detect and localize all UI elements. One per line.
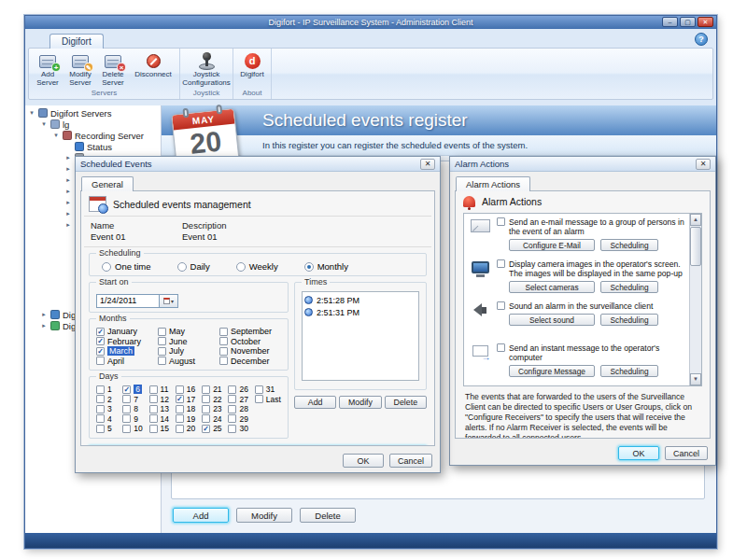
month-checkbox-november[interactable]: November [219,346,281,357]
tree-expander-icon[interactable]: ▸ [64,221,72,229]
tab-general[interactable]: General [81,176,134,191]
day-checkbox-17[interactable]: 17 [176,395,202,405]
month-checkbox-july[interactable]: July [158,346,219,357]
checkbox-icon[interactable] [497,217,505,226]
modify-event-button[interactable]: Modify [236,508,292,523]
day-checkbox-13[interactable]: 13 [149,404,176,414]
joystick-configurations-button[interactable]: Joystick Configurations [184,50,229,88]
times-modify-button[interactable]: Modify [339,396,381,409]
tree-expander-icon[interactable]: ▸ [40,322,48,329]
day-checkbox-8[interactable]: 8 [122,404,148,414]
add-server-button[interactable]: + Add Server [33,50,63,88]
action-scheduling-button[interactable]: Scheduling [600,281,658,293]
help-icon[interactable]: ? [695,33,708,46]
day-checkbox-2[interactable]: 2 [96,395,122,405]
month-checkbox-may[interactable]: May [158,327,219,337]
day-checkbox-12[interactable]: 12 [149,395,176,405]
day-checkbox-6[interactable]: 6 [122,385,148,395]
checkbox-icon[interactable] [497,301,505,310]
scheduled-ok-button[interactable]: OK [343,454,384,468]
action-select-cameras-button[interactable]: Select cameras [509,281,595,293]
tab-alarm-actions[interactable]: Alarm Actions [456,176,530,191]
window-titlebar[interactable]: Digifort - IP Surveillance System - Admi… [25,16,716,29]
tree-item-digifort-servers[interactable]: ▾Digifort Servers [25,107,161,119]
day-checkbox-last[interactable]: Last [255,395,281,405]
day-checkbox-16[interactable]: 16 [176,385,202,395]
day-checkbox-9[interactable]: 9 [122,414,148,425]
day-checkbox-27[interactable]: 27 [228,395,254,405]
day-checkbox-11[interactable]: 11 [149,385,176,395]
day-checkbox-3[interactable]: 3 [96,404,122,414]
action-configure-e-mail-button[interactable]: Configure E-Mail [509,239,595,251]
month-checkbox-march[interactable]: March [96,346,158,357]
checkbox-icon[interactable] [497,343,505,352]
day-checkbox-4[interactable]: 4 [96,414,122,425]
tree-expander-icon[interactable]: ▾ [40,120,48,128]
day-checkbox-18[interactable]: 18 [176,404,202,414]
times-add-button[interactable]: Add [294,396,336,409]
tree-expander-icon[interactable]: ▾ [52,132,60,139]
tree-expander-icon[interactable]: ▸ [64,176,72,184]
month-checkbox-october[interactable]: October [219,337,281,347]
day-checkbox-21[interactable]: 21 [202,385,228,395]
maximize-button[interactable]: ▢ [680,17,696,27]
add-event-button[interactable]: Add [173,508,229,523]
times-delete-button[interactable]: Delete [385,396,427,409]
day-checkbox-25[interactable]: 25 [202,424,228,434]
radio-one-time[interactable]: One time [102,261,151,272]
start-date-input[interactable]: 1/24/2011 [96,294,160,308]
day-checkbox-10[interactable]: 10 [122,424,148,434]
tree-expander-icon[interactable]: ▸ [64,165,72,173]
month-checkbox-september[interactable]: September [219,327,281,337]
tree-item-recording-server[interactable]: ▾Recording Server [25,130,161,141]
day-checkbox-23[interactable]: 23 [202,404,228,414]
scroll-down-icon[interactable] [690,373,701,385]
day-checkbox-5[interactable]: 5 [96,424,122,434]
alarm-cancel-button[interactable]: Cancel [665,446,708,460]
tree-expander-icon[interactable]: ▸ [64,154,72,161]
month-checkbox-august[interactable]: August [158,357,219,367]
action-scheduling-button[interactable]: Scheduling [600,239,658,251]
delete-event-button[interactable]: Delete [300,508,356,523]
scheduled-dialog-titlebar[interactable]: Scheduled Events [76,157,440,172]
radio-monthly[interactable]: Monthly [304,261,348,272]
month-checkbox-january[interactable]: January [96,327,158,337]
day-checkbox-14[interactable]: 14 [149,414,176,425]
day-checkbox-24[interactable]: 24 [202,414,228,425]
tree-expander-icon[interactable]: ▸ [64,210,72,217]
month-checkbox-april[interactable]: April [96,357,158,367]
action-scheduling-button[interactable]: Scheduling [600,314,658,326]
scheduled-cancel-button[interactable]: Cancel [389,454,432,468]
alarm-ok-button[interactable]: OK [618,446,659,460]
month-checkbox-december[interactable]: December [219,357,281,367]
digifort-about-button[interactable]: d Digifort [237,50,267,79]
day-checkbox-22[interactable]: 22 [202,395,228,405]
time-entry[interactable]: 2:51:31 PM [304,306,416,318]
day-checkbox-20[interactable]: 20 [176,424,202,434]
tree-item-lg[interactable]: ▾lg [25,119,161,130]
minimize-button[interactable]: – [662,17,678,27]
radio-weekly[interactable]: Weekly [236,261,278,272]
day-checkbox-29[interactable]: 29 [228,414,254,425]
name-value[interactable]: Event 01 [91,231,182,242]
description-value[interactable]: Event 01 [182,231,218,242]
action-scheduling-button[interactable]: Scheduling [600,365,658,377]
day-checkbox-30[interactable]: 30 [228,424,254,434]
configure-actions-button[interactable]: Configure Actions [89,446,427,447]
action-select-sound-button[interactable]: Select sound [509,314,595,326]
checkbox-icon[interactable] [497,259,505,268]
modify-server-button[interactable]: ✎ Modify Server [65,50,95,88]
time-entry[interactable]: 2:51:28 PM [304,294,416,306]
month-checkbox-june[interactable]: June [158,337,219,347]
scrollbar[interactable] [689,214,701,385]
close-icon[interactable] [696,159,711,170]
scrollbar-thumb[interactable] [690,227,701,266]
day-checkbox-26[interactable]: 26 [228,385,254,395]
close-button[interactable]: ✕ [698,17,713,27]
day-checkbox-15[interactable]: 15 [149,424,176,434]
action-configure-message-button[interactable]: Configure Message [509,365,595,377]
scroll-up-icon[interactable] [690,214,701,226]
day-checkbox-7[interactable]: 7 [122,395,148,405]
tree-expander-icon[interactable]: ▸ [64,188,72,195]
tree-expander-icon[interactable]: ▸ [40,311,48,318]
